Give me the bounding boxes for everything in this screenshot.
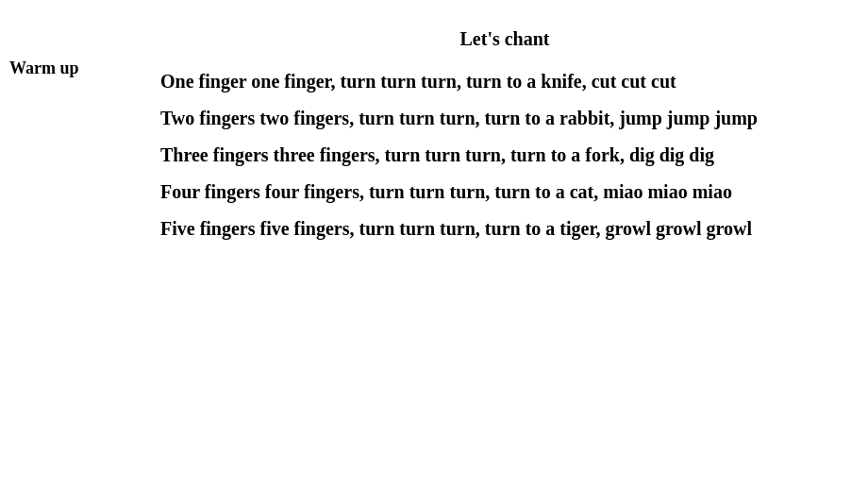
page-container: Warm up Let's chant One finger one finge…	[0, 0, 868, 489]
warm-up-label: Warm up	[9, 57, 79, 80]
chant-lines: One finger one finger, turn turn turn, t…	[160, 67, 849, 244]
chant-verse-1: One finger one finger, turn turn turn, t…	[160, 67, 849, 96]
chant-verse-4: Four fingers four fingers, turn turn tur…	[160, 177, 849, 207]
chant-verse-3: Three fingers three fingers, turn turn t…	[160, 141, 849, 170]
chant-verse-2: Two fingers two fingers, turn turn turn,…	[160, 104, 849, 133]
content-area: Let's chant One finger one finger, turn …	[160, 28, 849, 251]
section-title: Let's chant	[160, 28, 849, 50]
chant-verse-5: Five fingers five fingers, turn turn tur…	[160, 214, 849, 244]
